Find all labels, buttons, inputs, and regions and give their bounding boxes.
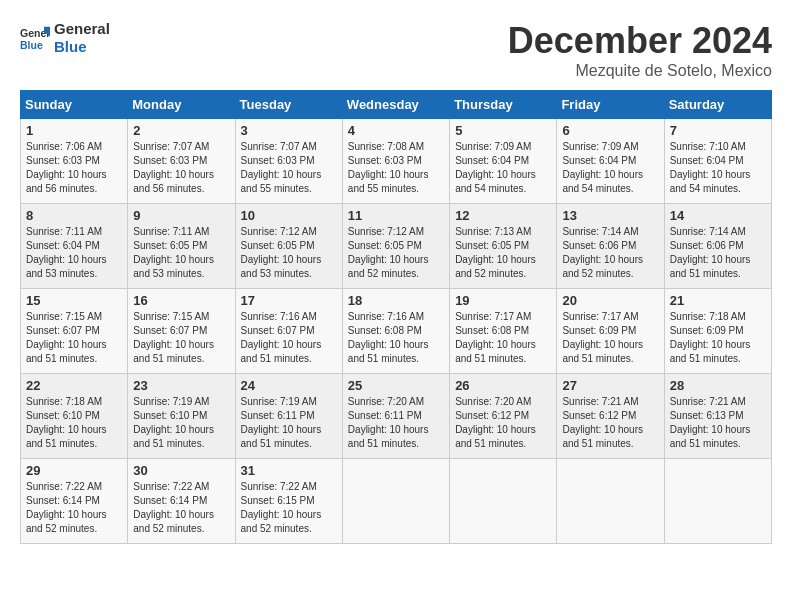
calendar-day-4: 4Sunrise: 7:08 AM Sunset: 6:03 PM Daylig… <box>342 119 449 204</box>
day-info: Sunrise: 7:22 AM Sunset: 6:14 PM Dayligh… <box>133 480 229 536</box>
calendar-day-27: 27Sunrise: 7:21 AM Sunset: 6:12 PM Dayli… <box>557 374 664 459</box>
logo-general: General <box>54 20 110 38</box>
calendar-day-28: 28Sunrise: 7:21 AM Sunset: 6:13 PM Dayli… <box>664 374 771 459</box>
day-info: Sunrise: 7:19 AM Sunset: 6:11 PM Dayligh… <box>241 395 337 451</box>
day-number: 18 <box>348 293 444 308</box>
day-info: Sunrise: 7:14 AM Sunset: 6:06 PM Dayligh… <box>670 225 766 281</box>
day-number: 16 <box>133 293 229 308</box>
calendar-day-11: 11Sunrise: 7:12 AM Sunset: 6:05 PM Dayli… <box>342 204 449 289</box>
day-info: Sunrise: 7:09 AM Sunset: 6:04 PM Dayligh… <box>562 140 658 196</box>
calendar-day-13: 13Sunrise: 7:14 AM Sunset: 6:06 PM Dayli… <box>557 204 664 289</box>
calendar-day-24: 24Sunrise: 7:19 AM Sunset: 6:11 PM Dayli… <box>235 374 342 459</box>
day-info: Sunrise: 7:15 AM Sunset: 6:07 PM Dayligh… <box>26 310 122 366</box>
day-info: Sunrise: 7:12 AM Sunset: 6:05 PM Dayligh… <box>241 225 337 281</box>
day-number: 26 <box>455 378 551 393</box>
day-number: 12 <box>455 208 551 223</box>
svg-text:Blue: Blue <box>20 39 43 51</box>
calendar-day-1: 1Sunrise: 7:06 AM Sunset: 6:03 PM Daylig… <box>21 119 128 204</box>
day-number: 1 <box>26 123 122 138</box>
empty-cell <box>557 459 664 544</box>
header-cell-wednesday: Wednesday <box>342 91 449 119</box>
logo-blue: Blue <box>54 38 110 56</box>
day-info: Sunrise: 7:07 AM Sunset: 6:03 PM Dayligh… <box>241 140 337 196</box>
day-number: 30 <box>133 463 229 478</box>
day-number: 22 <box>26 378 122 393</box>
day-info: Sunrise: 7:14 AM Sunset: 6:06 PM Dayligh… <box>562 225 658 281</box>
day-number: 17 <box>241 293 337 308</box>
day-info: Sunrise: 7:21 AM Sunset: 6:12 PM Dayligh… <box>562 395 658 451</box>
calendar-day-3: 3Sunrise: 7:07 AM Sunset: 6:03 PM Daylig… <box>235 119 342 204</box>
day-number: 8 <box>26 208 122 223</box>
day-number: 23 <box>133 378 229 393</box>
day-info: Sunrise: 7:11 AM Sunset: 6:04 PM Dayligh… <box>26 225 122 281</box>
day-info: Sunrise: 7:11 AM Sunset: 6:05 PM Dayligh… <box>133 225 229 281</box>
calendar-day-17: 17Sunrise: 7:16 AM Sunset: 6:07 PM Dayli… <box>235 289 342 374</box>
calendar-day-6: 6Sunrise: 7:09 AM Sunset: 6:04 PM Daylig… <box>557 119 664 204</box>
day-number: 4 <box>348 123 444 138</box>
calendar-day-31: 31Sunrise: 7:22 AM Sunset: 6:15 PM Dayli… <box>235 459 342 544</box>
calendar-day-5: 5Sunrise: 7:09 AM Sunset: 6:04 PM Daylig… <box>450 119 557 204</box>
day-number: 3 <box>241 123 337 138</box>
header-cell-tuesday: Tuesday <box>235 91 342 119</box>
header-cell-saturday: Saturday <box>664 91 771 119</box>
day-number: 24 <box>241 378 337 393</box>
calendar-table: SundayMondayTuesdayWednesdayThursdayFrid… <box>20 90 772 544</box>
calendar-day-10: 10Sunrise: 7:12 AM Sunset: 6:05 PM Dayli… <box>235 204 342 289</box>
page-header: General Blue General Blue December 2024 … <box>20 20 772 80</box>
calendar-day-29: 29Sunrise: 7:22 AM Sunset: 6:14 PM Dayli… <box>21 459 128 544</box>
empty-cell <box>342 459 449 544</box>
calendar-day-20: 20Sunrise: 7:17 AM Sunset: 6:09 PM Dayli… <box>557 289 664 374</box>
day-number: 29 <box>26 463 122 478</box>
logo: General Blue General Blue <box>20 20 110 56</box>
day-info: Sunrise: 7:22 AM Sunset: 6:14 PM Dayligh… <box>26 480 122 536</box>
header-cell-thursday: Thursday <box>450 91 557 119</box>
day-info: Sunrise: 7:19 AM Sunset: 6:10 PM Dayligh… <box>133 395 229 451</box>
calendar-week-4: 22Sunrise: 7:18 AM Sunset: 6:10 PM Dayli… <box>21 374 772 459</box>
calendar-title: December 2024 <box>508 20 772 62</box>
day-info: Sunrise: 7:15 AM Sunset: 6:07 PM Dayligh… <box>133 310 229 366</box>
calendar-day-12: 12Sunrise: 7:13 AM Sunset: 6:05 PM Dayli… <box>450 204 557 289</box>
day-info: Sunrise: 7:18 AM Sunset: 6:10 PM Dayligh… <box>26 395 122 451</box>
calendar-day-26: 26Sunrise: 7:20 AM Sunset: 6:12 PM Dayli… <box>450 374 557 459</box>
header-row: SundayMondayTuesdayWednesdayThursdayFrid… <box>21 91 772 119</box>
day-info: Sunrise: 7:16 AM Sunset: 6:07 PM Dayligh… <box>241 310 337 366</box>
day-number: 2 <box>133 123 229 138</box>
day-info: Sunrise: 7:10 AM Sunset: 6:04 PM Dayligh… <box>670 140 766 196</box>
day-info: Sunrise: 7:20 AM Sunset: 6:12 PM Dayligh… <box>455 395 551 451</box>
day-number: 31 <box>241 463 337 478</box>
calendar-day-25: 25Sunrise: 7:20 AM Sunset: 6:11 PM Dayli… <box>342 374 449 459</box>
calendar-week-3: 15Sunrise: 7:15 AM Sunset: 6:07 PM Dayli… <box>21 289 772 374</box>
calendar-day-15: 15Sunrise: 7:15 AM Sunset: 6:07 PM Dayli… <box>21 289 128 374</box>
calendar-day-8: 8Sunrise: 7:11 AM Sunset: 6:04 PM Daylig… <box>21 204 128 289</box>
day-number: 13 <box>562 208 658 223</box>
day-info: Sunrise: 7:12 AM Sunset: 6:05 PM Dayligh… <box>348 225 444 281</box>
day-info: Sunrise: 7:20 AM Sunset: 6:11 PM Dayligh… <box>348 395 444 451</box>
calendar-day-19: 19Sunrise: 7:17 AM Sunset: 6:08 PM Dayli… <box>450 289 557 374</box>
calendar-day-23: 23Sunrise: 7:19 AM Sunset: 6:10 PM Dayli… <box>128 374 235 459</box>
header-cell-monday: Monday <box>128 91 235 119</box>
day-info: Sunrise: 7:17 AM Sunset: 6:08 PM Dayligh… <box>455 310 551 366</box>
calendar-day-7: 7Sunrise: 7:10 AM Sunset: 6:04 PM Daylig… <box>664 119 771 204</box>
day-info: Sunrise: 7:17 AM Sunset: 6:09 PM Dayligh… <box>562 310 658 366</box>
empty-cell <box>450 459 557 544</box>
calendar-day-18: 18Sunrise: 7:16 AM Sunset: 6:08 PM Dayli… <box>342 289 449 374</box>
calendar-day-16: 16Sunrise: 7:15 AM Sunset: 6:07 PM Dayli… <box>128 289 235 374</box>
calendar-day-30: 30Sunrise: 7:22 AM Sunset: 6:14 PM Dayli… <box>128 459 235 544</box>
day-number: 14 <box>670 208 766 223</box>
day-number: 19 <box>455 293 551 308</box>
day-number: 9 <box>133 208 229 223</box>
day-number: 6 <box>562 123 658 138</box>
empty-cell <box>664 459 771 544</box>
day-number: 28 <box>670 378 766 393</box>
day-number: 15 <box>26 293 122 308</box>
calendar-subtitle: Mezquite de Sotelo, Mexico <box>508 62 772 80</box>
title-section: December 2024 Mezquite de Sotelo, Mexico <box>508 20 772 80</box>
header-cell-sunday: Sunday <box>21 91 128 119</box>
calendar-day-9: 9Sunrise: 7:11 AM Sunset: 6:05 PM Daylig… <box>128 204 235 289</box>
day-info: Sunrise: 7:13 AM Sunset: 6:05 PM Dayligh… <box>455 225 551 281</box>
day-number: 11 <box>348 208 444 223</box>
day-info: Sunrise: 7:22 AM Sunset: 6:15 PM Dayligh… <box>241 480 337 536</box>
calendar-day-21: 21Sunrise: 7:18 AM Sunset: 6:09 PM Dayli… <box>664 289 771 374</box>
day-number: 10 <box>241 208 337 223</box>
day-number: 21 <box>670 293 766 308</box>
